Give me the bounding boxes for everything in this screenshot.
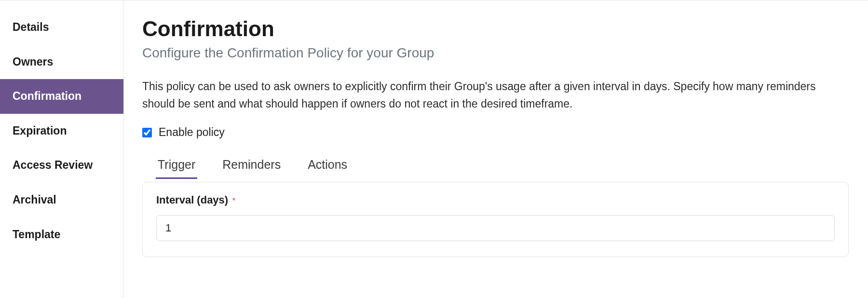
enable-policy-row: Enable policy [142, 126, 849, 139]
tab-trigger[interactable]: Trigger [156, 153, 197, 179]
page-subtitle: Configure the Confirmation Policy for yo… [142, 44, 849, 62]
interval-label-row: Interval (days) * [156, 194, 835, 206]
sidebar-item-label: Owners [13, 55, 53, 68]
sidebar-item-label: Confirmation [13, 90, 81, 102]
enable-policy-checkbox[interactable] [142, 128, 152, 137]
required-mark: * [232, 197, 235, 205]
sidebar-item-label: Expiration [13, 124, 67, 137]
interval-input[interactable] [156, 215, 835, 241]
tab-actions[interactable]: Actions [306, 153, 349, 179]
sidebar-item-expiration[interactable]: Expiration [0, 114, 123, 149]
sidebar-item-details[interactable]: Details [0, 10, 123, 45]
tab-label: Actions [308, 158, 347, 171]
sidebar: Details Owners Confirmation Expiration A… [0, 0, 124, 298]
sidebar-item-access-review[interactable]: Access Review [0, 148, 123, 183]
sidebar-item-template[interactable]: Template [0, 217, 123, 252]
tab-label: Reminders [222, 158, 281, 171]
tab-label: Trigger [158, 158, 195, 171]
tab-reminders[interactable]: Reminders [220, 153, 283, 179]
sidebar-item-confirmation[interactable]: Confirmation [0, 79, 123, 114]
main-content: Confirmation Configure the Confirmation … [124, 0, 868, 298]
interval-label: Interval (days) [156, 194, 228, 206]
sidebar-item-archival[interactable]: Archival [0, 183, 123, 217]
enable-policy-label[interactable]: Enable policy [159, 126, 225, 139]
sidebar-item-label: Archival [13, 193, 56, 206]
page-title: Confirmation [142, 17, 849, 41]
sidebar-item-label: Access Review [13, 159, 93, 171]
app-root: Details Owners Confirmation Expiration A… [0, 0, 868, 298]
sidebar-item-owners[interactable]: Owners [0, 45, 123, 80]
trigger-panel: Interval (days) * [142, 182, 849, 257]
sidebar-item-label: Template [13, 228, 60, 241]
tabs: Trigger Reminders Actions [142, 153, 849, 179]
sidebar-item-label: Details [13, 21, 49, 33]
page-description: This policy can be used to ask owners to… [142, 78, 849, 112]
